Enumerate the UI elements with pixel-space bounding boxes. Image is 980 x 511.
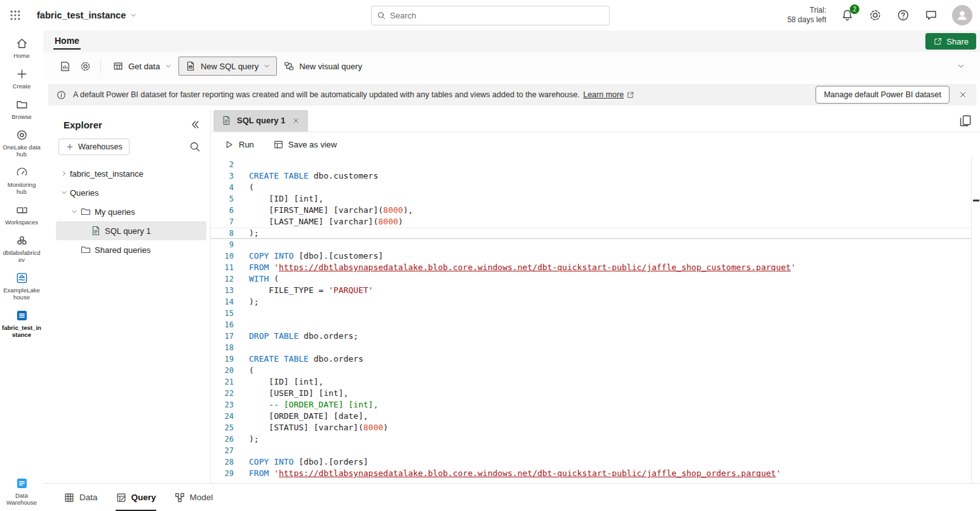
gear-icon — [868, 8, 882, 22]
code-line-11[interactable]: 11FROM 'https://dbtlabsynapsedatalake.bl… — [211, 262, 980, 273]
code-line-3[interactable]: 3CREATE TABLE dbo.customers — [211, 170, 980, 182]
code-text: FROM 'https://dbtlabsynapsedatalake.blob… — [234, 262, 796, 273]
account-avatar[interactable] — [952, 5, 972, 25]
chevron-right-icon[interactable] — [60, 170, 68, 177]
warehouses-label: Warehouses — [78, 142, 123, 151]
view-tab-data[interactable]: Data — [64, 484, 98, 511]
copy-icon[interactable] — [958, 114, 972, 128]
rail-item-workspaces[interactable]: Workspaces — [1, 203, 43, 226]
banner-close-button[interactable] — [956, 88, 970, 102]
new-report-button[interactable] — [55, 57, 75, 76]
code-line-18[interactable]: 18 — [211, 342, 980, 353]
manage-default-dataset-button[interactable]: Manage default Power BI dataset — [816, 86, 950, 104]
code-line-4[interactable]: 4( — [211, 182, 980, 193]
code-line-16[interactable]: 16 — [211, 319, 980, 330]
editor-scrollbar[interactable] — [971, 156, 980, 483]
rail-item-browse[interactable]: Browse — [1, 98, 43, 120]
tree-item-shared-queries[interactable]: Shared queries — [56, 240, 206, 259]
chevron-down-icon[interactable] — [70, 208, 78, 215]
save-as-view-label: Save as view — [288, 140, 337, 149]
rail-item-data-warehouse[interactable]: Data Warehouse — [1, 477, 43, 506]
code-line-28[interactable]: 28COPY INTO [dbo].[orders] — [211, 456, 980, 468]
global-search[interactable] — [371, 6, 610, 25]
code-line-24[interactable]: 24 [ORDER_DATE] [date], — [211, 411, 980, 422]
code-line-25[interactable]: 25 [STATUS] [varchar](8000) — [211, 422, 980, 433]
code-line-8[interactable]: 8); — [211, 228, 980, 239]
tab-home[interactable]: Home — [53, 33, 81, 50]
get-data-button[interactable]: Get data — [106, 57, 178, 76]
code-line-13[interactable]: 13 FILE_TYPE = 'PARQUET' — [211, 285, 980, 296]
line-number: 16 — [211, 319, 234, 330]
code-line-15[interactable]: 15 — [211, 308, 980, 319]
rail-item-fabric-test-instance[interactable]: fabric_test_instance — [1, 309, 43, 338]
tree-chevron-slot — [58, 168, 70, 179]
code-line-22[interactable]: 22 [USER_ID] [int], — [211, 388, 980, 399]
code-line-9[interactable]: 9 — [211, 239, 980, 250]
rail-item-monitoring-hub[interactable]: Monitoring hub — [1, 166, 43, 195]
view-tab-model[interactable]: Model — [174, 484, 213, 511]
play-icon — [224, 139, 234, 150]
code-line-20[interactable]: 20( — [211, 365, 980, 376]
help-icon — [896, 8, 910, 22]
run-button[interactable]: Run — [224, 139, 254, 150]
collapse-ribbon-button[interactable] — [951, 57, 971, 76]
code-line-12[interactable]: 12WITH ( — [211, 273, 980, 285]
tree-item-fabric-test-instance[interactable]: fabric_test_instance — [56, 164, 206, 183]
settings-button[interactable] — [868, 8, 882, 22]
code-line-21[interactable]: 21 [ID] [int], — [211, 376, 980, 388]
rail-item-create[interactable]: Create — [1, 67, 43, 90]
tree-item-sql-query-1[interactable]: SQL query 1 — [56, 221, 206, 240]
code-line-17[interactable]: 17DROP TABLE dbo.orders; — [211, 330, 980, 342]
line-number: 5 — [211, 193, 234, 205]
code-line-7[interactable]: 7 [LAST_NAME] [varchar](8000) — [211, 216, 980, 228]
workspace-switcher[interactable]: fabric_test_instance — [37, 10, 137, 20]
code-line-10[interactable]: 10COPY INTO [dbo].[customers] — [211, 250, 980, 262]
chevron-down-icon[interactable] — [60, 189, 68, 196]
code-text: ( — [234, 182, 254, 193]
line-number: 25 — [211, 422, 234, 433]
app-launcher-button[interactable] — [0, 0, 30, 31]
rail-item-label: OneLake data hub — [2, 144, 41, 158]
feedback-button[interactable] — [924, 8, 938, 22]
rail-item-examplelakehouse[interactable]: ExampleLakehouse — [1, 271, 43, 301]
view-tab-query[interactable]: Query — [116, 484, 156, 511]
code-text — [234, 159, 249, 170]
code-line-2[interactable]: 2 — [211, 159, 980, 170]
line-number: 13 — [211, 285, 234, 296]
code-line-26[interactable]: 26); — [211, 433, 980, 445]
rail-item-home[interactable]: Home — [1, 37, 43, 59]
code-line-19[interactable]: 19CREATE TABLE dbo.orders — [211, 353, 980, 365]
notifications-button[interactable]: 2 — [840, 8, 854, 22]
code-text: CREATE TABLE dbo.customers — [234, 170, 379, 182]
learn-more-link[interactable]: Learn more — [583, 90, 634, 99]
tab-close-button[interactable] — [290, 115, 302, 126]
search-input[interactable] — [390, 11, 604, 20]
warehouse-settings-button[interactable] — [75, 57, 95, 76]
query-file-icon — [221, 115, 232, 126]
tree-chevron-slot — [69, 244, 80, 256]
new-sql-query-button[interactable]: New SQL query — [178, 57, 277, 76]
rail-item-onelake-data-hub[interactable]: OneLake data hub — [1, 128, 43, 158]
sql-editor[interactable]: 23CREATE TABLE dbo.customers4(5 [ID] [in… — [211, 156, 980, 483]
tab-sql-query-1[interactable]: SQL query 1 — [213, 110, 308, 132]
save-as-view-button[interactable]: Save as view — [273, 139, 337, 150]
code-line-29[interactable]: 29FROM 'https://dbtlabsynapsedatalake.bl… — [211, 468, 980, 479]
explorer-title: Explorer — [64, 119, 102, 130]
share-button[interactable]: Share — [925, 33, 976, 50]
code-line-14[interactable]: 14); — [211, 296, 980, 308]
code-line-23[interactable]: 23 -- [ORDER_DATE] [int], — [211, 399, 980, 411]
code-text: FILE_TYPE = 'PARQUET' — [234, 285, 373, 296]
code-line-5[interactable]: 5 [ID] [int], — [211, 193, 980, 205]
tree-item-my-queries[interactable]: My queries — [56, 202, 206, 221]
line-number: 6 — [211, 205, 234, 216]
code-line-6[interactable]: 6 [FIRST_NAME] [varchar](8000), — [211, 205, 980, 216]
create-icon — [15, 67, 29, 81]
new-visual-query-button[interactable]: New visual query — [277, 57, 368, 76]
rail-item-dbtlabsfabricdev[interactable]: dbtlabsfabricdev — [1, 234, 43, 263]
add-warehouses-button[interactable]: Warehouses — [58, 139, 130, 155]
code-line-27[interactable]: 27 — [211, 445, 980, 456]
help-button[interactable] — [896, 8, 910, 22]
collapse-pane-icon[interactable] — [189, 118, 201, 131]
explorer-search-icon[interactable] — [189, 140, 201, 153]
tree-item-queries[interactable]: Queries — [56, 183, 206, 202]
